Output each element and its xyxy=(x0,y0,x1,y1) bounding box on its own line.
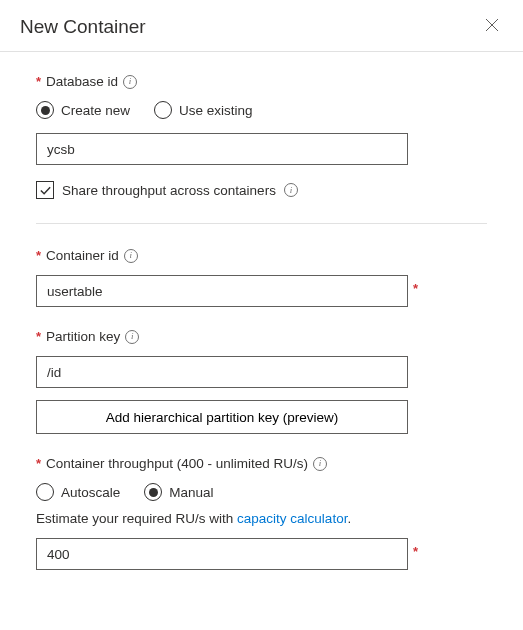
panel-header: New Container xyxy=(0,0,523,52)
required-marker: * xyxy=(36,74,41,89)
share-throughput-label: Share throughput across containers xyxy=(62,183,276,198)
radio-create-new[interactable]: Create new xyxy=(36,101,130,119)
radio-icon xyxy=(36,483,54,501)
info-icon[interactable]: i xyxy=(125,330,139,344)
radio-icon xyxy=(144,483,162,501)
required-marker: * xyxy=(413,281,418,296)
radio-label: Use existing xyxy=(179,103,253,118)
partition-section: * Partition key i Add hierarchical parti… xyxy=(36,329,487,434)
container-label-row: * Container id i xyxy=(36,248,487,263)
checkmark-icon xyxy=(39,184,52,197)
required-marker: * xyxy=(36,329,41,344)
info-icon[interactable]: i xyxy=(284,183,298,197)
info-icon[interactable]: i xyxy=(124,249,138,263)
radio-label: Create new xyxy=(61,103,130,118)
capacity-calculator-link[interactable]: capacity calculator xyxy=(237,511,347,526)
radio-label: Manual xyxy=(169,485,213,500)
panel-body: * Database id i Create new Use existing … xyxy=(0,52,523,590)
add-hierarchical-key-button[interactable]: Add hierarchical partition key (preview) xyxy=(36,400,408,434)
container-label: Container id xyxy=(46,248,119,263)
help-prefix: Estimate your required RU/s with xyxy=(36,511,237,526)
throughput-input[interactable] xyxy=(36,538,408,570)
throughput-help-text: Estimate your required RU/s with capacit… xyxy=(36,511,487,526)
share-throughput-checkbox[interactable] xyxy=(36,181,54,199)
close-icon xyxy=(485,18,499,32)
required-marker: * xyxy=(36,456,41,471)
database-radio-group: Create new Use existing xyxy=(36,101,487,119)
radio-manual[interactable]: Manual xyxy=(144,483,213,501)
throughput-section: * Container throughput (400 - unlimited … xyxy=(36,456,487,570)
close-button[interactable] xyxy=(481,14,503,39)
throughput-radio-group: Autoscale Manual xyxy=(36,483,487,501)
throughput-label-row: * Container throughput (400 - unlimited … xyxy=(36,456,487,471)
database-id-input[interactable] xyxy=(36,133,408,165)
radio-use-existing[interactable]: Use existing xyxy=(154,101,253,119)
help-suffix: . xyxy=(347,511,351,526)
partition-label: Partition key xyxy=(46,329,120,344)
radio-icon xyxy=(154,101,172,119)
share-throughput-row: Share throughput across containers i xyxy=(36,181,487,199)
throughput-label: Container throughput (400 - unlimited RU… xyxy=(46,456,308,471)
radio-label: Autoscale xyxy=(61,485,120,500)
info-icon[interactable]: i xyxy=(123,75,137,89)
section-divider xyxy=(36,223,487,224)
panel-title: New Container xyxy=(20,16,146,38)
info-icon[interactable]: i xyxy=(313,457,327,471)
partition-label-row: * Partition key i xyxy=(36,329,487,344)
container-id-input[interactable] xyxy=(36,275,408,307)
required-marker: * xyxy=(413,544,418,559)
radio-icon xyxy=(36,101,54,119)
required-marker: * xyxy=(36,248,41,263)
database-section: * Database id i Create new Use existing … xyxy=(36,74,487,199)
container-section: * Container id i * xyxy=(36,248,487,307)
partition-key-input[interactable] xyxy=(36,356,408,388)
database-label: Database id xyxy=(46,74,118,89)
radio-autoscale[interactable]: Autoscale xyxy=(36,483,120,501)
database-label-row: * Database id i xyxy=(36,74,487,89)
